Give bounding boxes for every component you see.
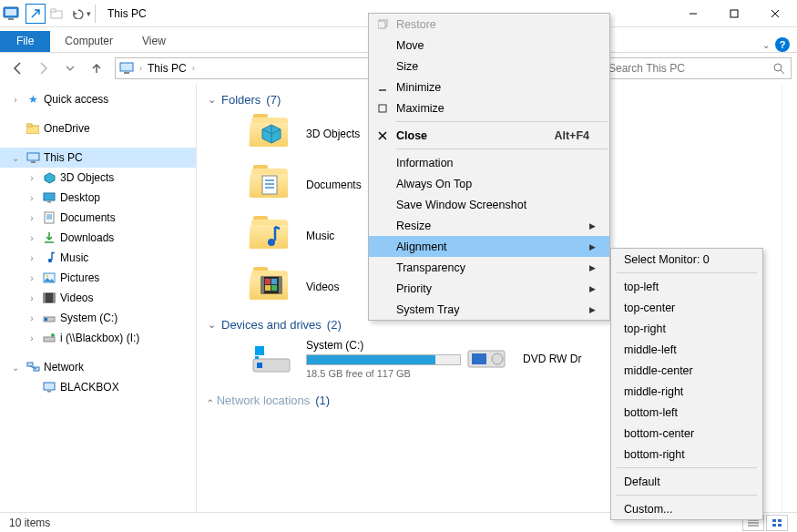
system-menu: Restore Move Size Minimize Maximize Clos… <box>368 13 610 321</box>
submenu-bottom-center[interactable]: bottom-center <box>611 423 762 444</box>
close-button[interactable] <box>754 0 795 27</box>
menu-size[interactable]: Size <box>369 56 609 77</box>
tree-3d-objects[interactable]: › 3D Objects <box>0 168 196 188</box>
tree-label: Downloads <box>60 231 114 244</box>
svg-rect-61 <box>772 519 776 522</box>
tree-pictures[interactable]: › Pictures <box>0 268 196 288</box>
svg-rect-46 <box>279 277 281 293</box>
drive-free-text: 18.5 GB free of 117 GB <box>306 368 461 379</box>
submenu-middle-left[interactable]: middle-left <box>611 339 762 360</box>
maximize-button[interactable] <box>713 0 754 27</box>
system-icon[interactable] <box>2 5 20 23</box>
menu-minimize[interactable]: Minimize <box>369 77 609 97</box>
qat-new-folder-button[interactable] <box>46 4 66 24</box>
recent-locations-button[interactable] <box>58 56 82 80</box>
tree-desktop[interactable]: › Desktop <box>0 188 196 208</box>
tree-documents[interactable]: › Documents <box>0 208 196 228</box>
tab-computer[interactable]: Computer <box>50 31 128 52</box>
breadcrumb[interactable]: This PC <box>148 62 187 75</box>
svg-rect-6 <box>731 10 738 17</box>
menu-transparency[interactable]: Transparency▶ <box>369 257 609 278</box>
qat-undo-button[interactable] <box>67 4 87 24</box>
svg-rect-48 <box>271 279 277 284</box>
menu-maximize[interactable]: Maximize <box>369 97 609 118</box>
file-tab[interactable]: File <box>0 31 50 52</box>
menu-save-screenshot[interactable]: Save Window Screenshot <box>369 194 609 215</box>
submenu-default[interactable]: Default <box>611 471 762 492</box>
submenu-custom[interactable]: Custom... <box>611 498 762 519</box>
downloads-icon <box>42 231 56 244</box>
cube-icon <box>42 172 56 184</box>
documents-icon <box>42 211 56 224</box>
drive-system-c[interactable]: System (C:) 18.5 GB free of 117 GB <box>208 339 435 379</box>
qat-properties-button[interactable] <box>26 4 46 24</box>
submenu-top-left[interactable]: top-left <box>611 276 762 297</box>
view-large-icons-button[interactable] <box>766 515 788 531</box>
search-box[interactable]: Search This PC <box>602 57 792 79</box>
svg-rect-9 <box>120 63 133 71</box>
svg-rect-15 <box>27 153 39 160</box>
tree-blackbox[interactable]: BLACKBOX <box>0 377 196 397</box>
submenu-middle-center[interactable]: middle-center <box>611 360 762 381</box>
drive-dvd[interactable]: DVD RW Dr <box>463 339 581 379</box>
menu-resize[interactable]: Resize▶ <box>369 215 609 236</box>
submenu-middle-right[interactable]: middle-right <box>611 381 762 402</box>
svg-rect-39 <box>262 176 277 194</box>
svg-point-57 <box>492 353 503 364</box>
submenu-top-center[interactable]: top-center <box>611 297 762 318</box>
menu-always-on-top[interactable]: Always On Top <box>369 173 609 194</box>
close-icon <box>369 131 396 140</box>
submenu-top-right[interactable]: top-right <box>611 318 762 339</box>
tree-label: Desktop <box>60 191 100 204</box>
svg-rect-4 <box>51 9 56 12</box>
tree-system-c[interactable]: › System (C:) <box>0 308 196 328</box>
submenu-bottom-left[interactable]: bottom-left <box>611 402 762 423</box>
menu-information[interactable]: Information <box>369 152 609 173</box>
tab-view[interactable]: View <box>128 31 180 52</box>
svg-rect-52 <box>257 363 262 368</box>
menu-restore[interactable]: Restore <box>369 14 609 35</box>
group-count: (7) <box>266 93 281 107</box>
svg-rect-68 <box>379 105 386 112</box>
group-count: (2) <box>327 318 342 332</box>
tree-network-drive[interactable]: › i (\\Blackbox) (I:) <box>0 328 196 348</box>
tree-music[interactable]: › Music <box>0 248 196 268</box>
forward-button[interactable] <box>32 56 56 80</box>
svg-point-33 <box>51 333 55 337</box>
tree-network[interactable]: ⌄ Network <box>0 357 196 377</box>
up-button[interactable] <box>85 56 108 80</box>
minimize-icon <box>369 83 396 92</box>
folder-icon <box>250 114 293 154</box>
submenu-select-monitor[interactable]: Select Monitor: 0 <box>611 249 762 270</box>
group-count: (1) <box>315 394 330 407</box>
scrollbar[interactable] <box>782 84 797 512</box>
tree-quick-access[interactable]: › ★ Quick access <box>0 89 196 109</box>
menu-close[interactable]: Close Alt+F4 <box>369 125 609 146</box>
menu-priority[interactable]: Priority▶ <box>369 278 609 299</box>
collapse-icon[interactable]: ⌄ <box>9 153 22 163</box>
submenu-bottom-right[interactable]: bottom-right <box>611 444 762 465</box>
menu-move[interactable]: Move <box>369 35 609 56</box>
ribbon-collapse-icon[interactable]: ⌄ <box>762 40 770 50</box>
tree-onedrive[interactable]: OneDrive <box>0 118 196 138</box>
tree-label: BLACKBOX <box>60 381 119 394</box>
collapse-icon[interactable]: ⌄ <box>9 363 22 373</box>
tree-this-pc[interactable]: ⌄ This PC <box>0 148 196 168</box>
tree-downloads[interactable]: › Downloads <box>0 228 196 248</box>
svg-rect-17 <box>44 193 55 200</box>
menu-alignment[interactable]: Alignment▶ <box>369 236 609 257</box>
tree-label: This PC <box>44 151 83 164</box>
minimize-button[interactable] <box>672 0 713 27</box>
drive-icon <box>42 312 56 323</box>
svg-rect-14 <box>26 124 32 127</box>
maximize-icon <box>369 104 396 113</box>
back-button[interactable] <box>5 56 29 80</box>
help-icon[interactable]: ? <box>775 37 790 52</box>
network-icon <box>26 362 40 373</box>
expand-icon[interactable]: › <box>9 95 22 105</box>
svg-rect-2 <box>8 18 14 20</box>
menu-system-tray[interactable]: System Tray▶ <box>369 299 609 320</box>
submenu-arrow-icon: ▶ <box>589 221 597 230</box>
tree-videos[interactable]: › Videos <box>0 288 196 308</box>
svg-rect-54 <box>255 356 259 359</box>
